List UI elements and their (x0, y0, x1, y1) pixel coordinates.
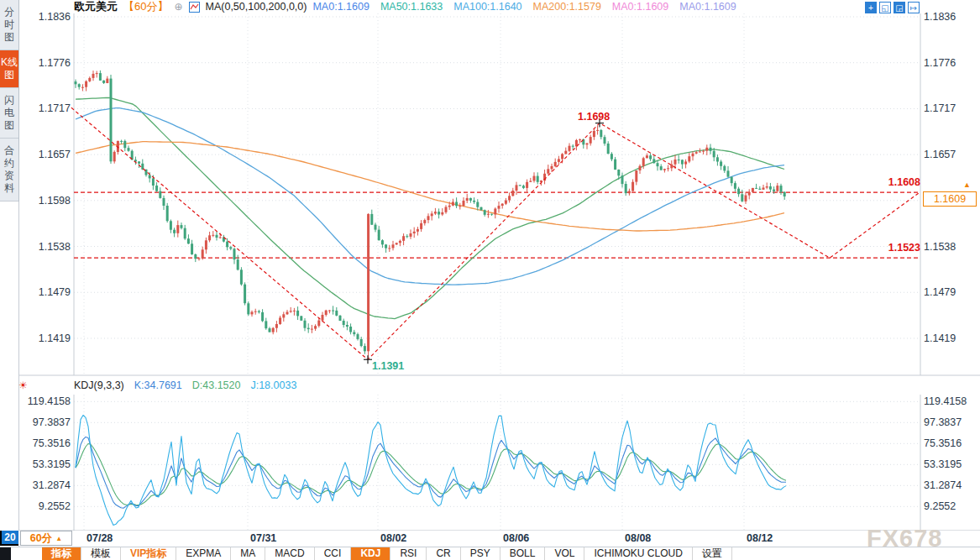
price-axis-label-right: 1.1836 (924, 12, 979, 23)
price-axis-label-left: 1.1419 (15, 332, 71, 343)
kdj-axis-label-left: 9.2552 (15, 501, 71, 512)
collapse-panel-icon[interactable]: ↦ (908, 2, 920, 13)
crosshair-tool-icon[interactable]: + (865, 2, 877, 13)
toolbar-button-vip[interactable]: VIP指标 (121, 547, 176, 560)
period-label: 【60分】 (123, 0, 168, 14)
ma-value-1: MA50:1.1633 (380, 1, 443, 13)
time-axis-row: 07/2807/3108/0208/0608/0808/12 (0, 531, 980, 546)
current-price-tag: 1.1609 (923, 191, 977, 207)
kdj-d-value: D:43.1520 (192, 379, 241, 391)
indicator-settings-icon[interactable]: ☀ (18, 380, 28, 390)
trading-app-window: 分时图K线图闪电图合约资料 欧元美元 【60分】 ⊕ MA(0,50,100,2… (0, 0, 980, 560)
toolbar-button-psy[interactable]: PSY (461, 547, 500, 560)
price-axis-label-left: 1.1776 (15, 57, 71, 68)
trough-price-annotation: 1.1391 (372, 360, 404, 372)
price-axis-label-left: 1.1717 (15, 103, 71, 114)
toolbar-button-cci[interactable]: CCI (315, 547, 352, 560)
kdj-chart-layer (76, 416, 786, 526)
price-axis-label-right: 1.1657 (924, 149, 979, 160)
kdj-axis-label-right: 31.2874 (924, 480, 979, 491)
bar-count-badge[interactable]: 20 (0, 531, 18, 546)
sidebar-tab-contract[interactable]: 合约资料 (0, 139, 18, 201)
toolbar-button-rsi[interactable]: RSI (390, 547, 427, 560)
peak-price-annotation: 1.1698 (578, 111, 610, 123)
price-axis-label-left: 1.1836 (15, 12, 71, 23)
price-up-arrow-icon: ▲ (963, 181, 971, 189)
ma-value-3: MA200:1.1579 (533, 1, 601, 13)
kdj-axis-label-left: 97.3837 (15, 417, 71, 428)
date-label: 07/31 (250, 532, 276, 544)
sidebar-tab-kline[interactable]: K线图 (0, 50, 18, 88)
period-selector-label: 60分 (30, 531, 52, 546)
price-axis-label-right: 1.1538 (924, 241, 979, 252)
kline-mini-icon[interactable] (189, 2, 200, 13)
kdj-j-value: J:18.0033 (250, 379, 296, 391)
kdj-axis-label-left: 75.3516 (15, 438, 71, 449)
price-axis-label-right: 1.1776 (924, 57, 979, 68)
chart-header: 欧元美元 【60分】 ⊕ MA(0,50,100,200,0,0) MA0:1.… (74, 0, 736, 13)
date-label: 08/08 (625, 532, 651, 544)
kdj-axis-label-right: 97.3837 (924, 417, 979, 428)
sidebar-tab-timeline[interactable]: 分时图 (0, 0, 18, 50)
chart-window-icons: +◱◲↦ (865, 2, 920, 13)
grid-layer (18, 13, 980, 531)
toolbar-button-kdj[interactable]: KDJ (351, 547, 390, 560)
kdj-k-value: K:34.7691 (134, 379, 182, 391)
add-overlay-icon[interactable]: ⊕ (174, 1, 182, 13)
toolbar-button-vol[interactable]: VOL (545, 547, 584, 560)
kdj-d-line (76, 444, 786, 505)
chart-canvas[interactable] (0, 0, 980, 560)
price-axis-label-right: 1.1717 (924, 103, 979, 114)
support-level-label: 1.1523 (872, 242, 920, 254)
ma-values-group: MA0:1.1609MA50:1.1633MA100:1.1640MA200:1… (312, 1, 736, 13)
ma-value-2: MA100:1.1640 (453, 1, 521, 13)
kdj-axis-label-right: 9.2552 (924, 501, 979, 512)
main-chart-layer (71, 71, 920, 364)
date-label: 08/06 (503, 532, 529, 544)
toolbar-button-macd[interactable]: MACD (265, 547, 314, 560)
sidebar-tab-lightning[interactable]: 闪电图 (0, 88, 18, 139)
ma50-line (76, 97, 784, 318)
ma-settings-label[interactable]: MA(0,50,100,200,0,0) (206, 1, 307, 13)
kdj-axis-label-left: 31.2874 (15, 480, 71, 491)
price-axis-label-left: 1.1479 (15, 287, 71, 298)
price-axis-label-left: 1.1538 (15, 241, 71, 252)
toolbar-button-boll[interactable]: BOLL (500, 547, 546, 560)
price-axis-label-right: 1.1419 (924, 332, 979, 343)
toolbar-button-ma[interactable]: MA (231, 547, 265, 560)
kdj-axis-label-left: 53.3195 (15, 459, 71, 470)
toolbar-corner-block (0, 547, 11, 560)
kdj-axis-label-right: 53.3195 (924, 459, 979, 470)
period-up-triangle-icon: ▲ (55, 535, 62, 542)
date-label: 07/28 (86, 532, 113, 544)
kdj-axis-label-right: 75.3516 (924, 438, 979, 449)
kdj-axis-label-left: 119.4158 (15, 396, 71, 407)
kdj-title[interactable]: KDJ(9,3,3) (74, 379, 124, 391)
symbol-title: 欧元美元 (74, 0, 118, 14)
date-label: 08/02 (380, 532, 406, 544)
price-axis-label-right: 1.1479 (924, 287, 979, 298)
period-selector[interactable]: 60分 ▲ (20, 531, 72, 546)
price-axis-label-left: 1.1598 (15, 195, 71, 206)
toolbar-button-expma[interactable]: EXPMA (176, 547, 231, 560)
indicator-toolbar: 指标模板VIP指标EXPMAMAMACDCCIKDJRSICRPSYBOLLVO… (0, 547, 980, 560)
toolbar-button-cn[interactable]: 设置 (693, 547, 732, 560)
toolbar-button-ichimokucloud[interactable]: ICHIMOKU CLOUD (584, 547, 692, 560)
kdj-indicator-header: KDJ(9,3,3) K:34.7691 D:43.1520 J:18.0033 (74, 379, 296, 392)
resistance-level-label: 1.1608 (872, 176, 920, 188)
pan-chart-icon[interactable]: ◲ (894, 2, 905, 13)
toolbar-button-cn[interactable]: 模板 (81, 547, 121, 560)
kdj-j-line (76, 416, 786, 526)
kdj-axis-label-right: 119.4158 (924, 396, 979, 407)
ma-value-0: MA0:1.1609 (312, 1, 369, 13)
zoom-area-icon[interactable]: ◱ (879, 2, 891, 13)
date-label: 08/12 (747, 532, 773, 544)
price-axis-label-left: 1.1657 (15, 149, 71, 160)
chart-type-sidebar: 分时图K线图闪电图合约资料 (0, 0, 19, 201)
ma-value-4: MA0:1.1609 (612, 1, 668, 13)
toolbar-button-cn[interactable]: 指标 (42, 547, 81, 560)
ma-value-5: MA0:1.1609 (679, 1, 736, 13)
toolbar-button-cr[interactable]: CR (427, 547, 460, 560)
